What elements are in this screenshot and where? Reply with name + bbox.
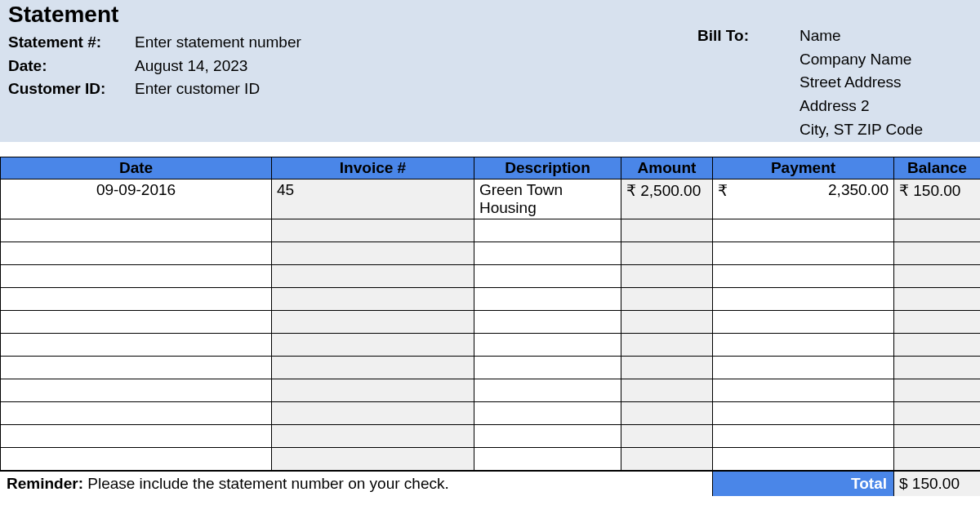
- footer-row: Reminder: Please include the statement n…: [0, 471, 980, 496]
- table-row: 09-09-2016 45 Green Town Housing ₹ 2,500…: [1, 179, 981, 219]
- col-invoice: Invoice #: [272, 157, 474, 179]
- table-row: [1, 402, 981, 425]
- bill-to-citystzip[interactable]: City, ST ZIP Code: [800, 120, 923, 140]
- meta-row-customer: Customer ID: Enter customer ID: [8, 79, 301, 100]
- table-row: [1, 219, 981, 242]
- bill-to-label: Bill To:: [697, 26, 800, 143]
- bill-to-address2[interactable]: Address 2: [800, 96, 923, 117]
- page-title: Statement: [8, 2, 301, 28]
- bill-to-name[interactable]: Name: [800, 26, 923, 47]
- reminder-body: Please include the statement number on y…: [83, 475, 449, 492]
- col-date: Date: [1, 157, 272, 179]
- payment-value: 2,350.00: [828, 181, 889, 199]
- total-value: $ 150.00: [893, 472, 980, 496]
- reminder-bold: Reminder:: [7, 475, 83, 492]
- customer-id-value[interactable]: Enter customer ID: [135, 79, 260, 100]
- reminder-text: Reminder: Please include the statement n…: [0, 472, 712, 496]
- col-amount: Amount: [621, 157, 713, 179]
- table-body: 09-09-2016 45 Green Town Housing ₹ 2,500…: [1, 179, 981, 471]
- cell-amount[interactable]: ₹ 2,500.00: [621, 179, 713, 219]
- statement-num-value[interactable]: Enter statement number: [135, 33, 301, 53]
- bill-to-block: Bill To: Name Company Name Street Addres…: [697, 2, 972, 146]
- col-payment: Payment: [713, 157, 894, 179]
- col-description: Description: [474, 157, 621, 179]
- bill-to-lines: Name Company Name Street Address Address…: [800, 26, 923, 143]
- col-balance: Balance: [894, 157, 981, 179]
- cell-balance[interactable]: ₹ 150.00: [894, 179, 981, 219]
- header-block: Statement Statement #: Enter statement n…: [0, 0, 980, 142]
- payment-symbol: ₹: [718, 181, 728, 200]
- customer-id-label: Customer ID:: [8, 79, 135, 100]
- meta-row-date: Date: August 14, 2023: [8, 56, 301, 77]
- cell-payment[interactable]: ₹ 2,350.00: [713, 179, 894, 219]
- table-row: [1, 242, 981, 265]
- total-label: Total: [712, 472, 893, 496]
- meta-row-statement: Statement #: Enter statement number: [8, 33, 301, 53]
- bill-to-company[interactable]: Company Name: [800, 50, 923, 70]
- statement-num-label: Statement #:: [8, 33, 135, 53]
- cell-description[interactable]: Green Town Housing: [474, 179, 621, 219]
- table-row: [1, 448, 981, 471]
- cell-invoice[interactable]: 45: [272, 179, 474, 219]
- table-row: [1, 425, 981, 448]
- statement-meta: Statement Statement #: Enter statement n…: [8, 2, 301, 103]
- date-value[interactable]: August 14, 2023: [135, 56, 247, 77]
- table-row: [1, 379, 981, 402]
- bill-to-street[interactable]: Street Address: [800, 73, 923, 93]
- table-row: [1, 357, 981, 379]
- table-row: [1, 311, 981, 334]
- table-row: [1, 288, 981, 311]
- table-header-row: Date Invoice # Description Amount Paymen…: [1, 157, 981, 179]
- date-label: Date:: [8, 56, 135, 77]
- table-row: [1, 334, 981, 357]
- cell-date[interactable]: 09-09-2016: [1, 179, 272, 219]
- statement-table: Date Invoice # Description Amount Paymen…: [0, 157, 980, 471]
- table-row: [1, 265, 981, 288]
